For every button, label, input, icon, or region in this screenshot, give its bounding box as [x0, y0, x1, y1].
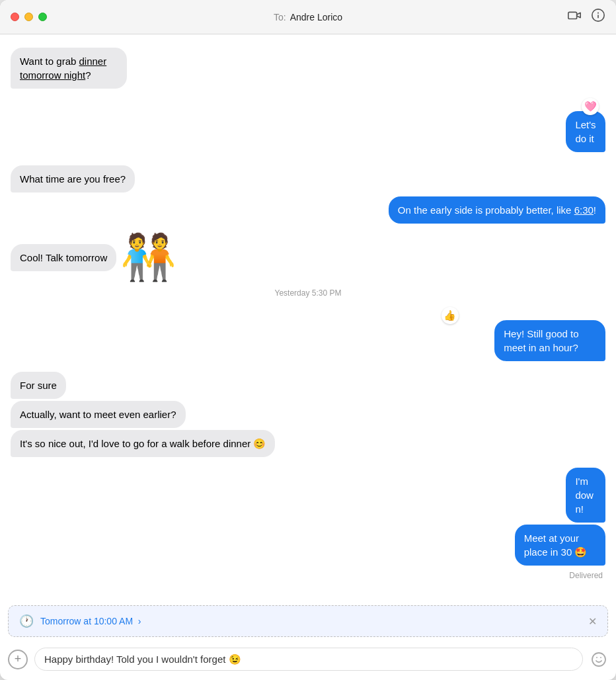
minimize-button[interactable] [24, 13, 33, 21]
reaction-badge: 🩷 [582, 98, 599, 115]
messages-area: Want to grab dinner tomorrow night? 🩷 Le… [0, 34, 616, 601]
scheduled-close-button[interactable]: ✕ [588, 615, 597, 628]
outgoing-message-group: I'm down! Meet at your place in 30 🤩 [11, 468, 605, 566]
bubble-earlier: Actually, want to meet even earlier? [11, 401, 186, 428]
plus-icon: + [15, 652, 22, 666]
video-call-icon[interactable] [567, 8, 582, 26]
message-row: Meet at your place in 30 🤩 [466, 525, 605, 566]
incoming-message-group: For sure Actually, want to meet even ear… [11, 372, 605, 457]
contact-name: Andre Lorico [290, 12, 342, 22]
close-button[interactable] [11, 13, 19, 21]
svg-point-4 [592, 653, 605, 666]
scheduled-message-bar[interactable]: 🕐 Tomorrow at 10:00 AM › ✕ [8, 605, 608, 637]
bubble-outgoing: On the early side is probably better, li… [389, 196, 605, 224]
traffic-lights [11, 13, 47, 21]
message-row: Cool! Talk tomorrow 🧑‍🤝‍🧑 [11, 234, 605, 271]
message-row: Actually, want to meet even earlier? [11, 401, 605, 428]
message-row: For sure [11, 372, 605, 399]
message-row-outgoing: 🩷 Let's do it [11, 98, 605, 152]
titlebar: To: Andre Lorico [0, 0, 616, 34]
titlebar-actions [567, 8, 605, 26]
maximize-button[interactable] [38, 13, 47, 21]
message-row: I'm down! [545, 468, 605, 523]
message-row: It's so nice out, I'd love to go for a w… [11, 430, 605, 457]
bubble-for-sure: For sure [11, 372, 66, 399]
input-bar: + [0, 641, 616, 680]
message-row-outgoing: 👍 Hey! Still good to meet in an hour? [11, 307, 605, 361]
memoji-sticker: 🧑‍🤝‍🧑 [120, 234, 176, 279]
titlebar-center: To: Andre Lorico [274, 12, 342, 22]
message-input[interactable] [34, 648, 583, 671]
message-row: On the early side is probably better, li… [11, 196, 605, 224]
bubble-incoming: Cool! Talk tomorrow [11, 244, 116, 271]
bubble-down: I'm down! [566, 468, 605, 523]
scheduled-text[interactable]: Tomorrow at 10:00 AM › [40, 616, 579, 626]
reaction-badge: 👍 [442, 307, 459, 324]
messages-window: To: Andre Lorico Want to [0, 0, 616, 680]
add-attachment-button[interactable]: + [8, 650, 28, 669]
bubble-walk: It's so nice out, I'd love to go for a w… [11, 430, 275, 457]
to-label: To: [274, 12, 286, 22]
bubble-outgoing: Hey! Still good to meet in an hour? [494, 320, 605, 361]
bubble-incoming: Want to grab dinner tomorrow night? [11, 48, 127, 89]
delivered-label: Delivered [11, 571, 605, 580]
emoji-picker-button[interactable] [590, 650, 608, 669]
message-row: Want to grab dinner tomorrow night? [11, 48, 605, 89]
bubble-meet: Meet at your place in 30 🤩 [515, 525, 605, 566]
scheduled-clock-icon: 🕐 [19, 614, 34, 628]
svg-rect-0 [568, 12, 577, 19]
info-icon[interactable] [591, 8, 605, 26]
message-row: What time are you free? [11, 165, 605, 192]
bubble-incoming: What time are you free? [11, 165, 135, 192]
timestamp-divider: Yesterday 5:30 PM [11, 288, 605, 298]
bubble-outgoing: Let's do it [566, 111, 605, 152]
